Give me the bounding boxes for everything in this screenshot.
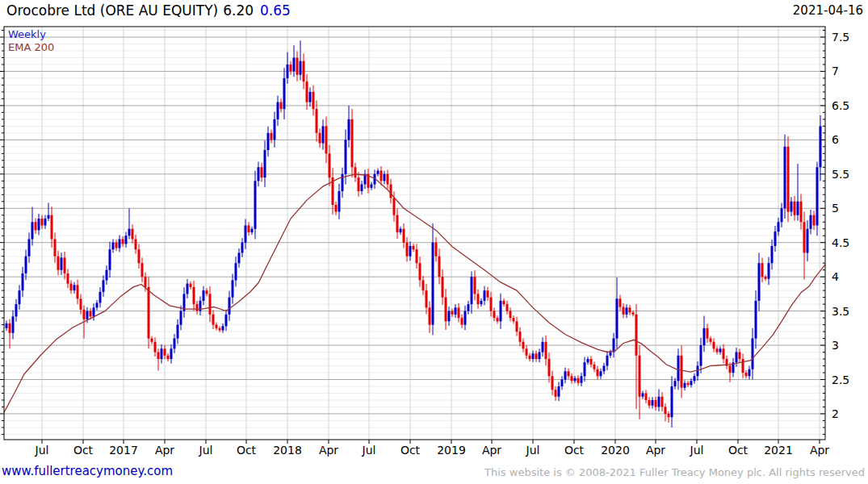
candle-down	[639, 356, 641, 397]
candle-down	[157, 353, 160, 359]
x-axis-label: Oct	[237, 444, 257, 457]
candle-down	[164, 348, 166, 355]
candle-down	[445, 298, 447, 322]
candle-up	[807, 229, 809, 253]
candle-down	[387, 174, 389, 185]
candle-down	[358, 177, 360, 191]
candle-up	[99, 292, 102, 303]
vertical-gridlines	[42, 27, 820, 440]
candle-up	[480, 301, 483, 304]
candle-down	[765, 277, 767, 279]
candle-up	[736, 353, 738, 363]
price-chart[interactable]: 7.576.565.554.543.532.52JulOct2017AprJul…	[0, 0, 868, 484]
candle-down	[477, 294, 480, 304]
candle-up	[610, 353, 612, 356]
candle-up	[816, 167, 819, 225]
candle-up	[539, 353, 541, 359]
candle-down	[548, 359, 551, 376]
legend-ema-label: EMA 200	[8, 41, 54, 54]
candle-up	[781, 208, 783, 222]
candle-down	[619, 298, 622, 307]
x-axis-label: Oct	[564, 444, 585, 457]
candle-down	[319, 133, 321, 144]
legend-weekly-label: Weekly	[8, 28, 54, 41]
candle-up	[267, 133, 270, 150]
candle-up	[448, 311, 451, 322]
candle-up	[38, 219, 40, 230]
candle-up	[797, 202, 799, 215]
candle-up	[31, 222, 34, 239]
candle-up	[626, 307, 628, 314]
candle-up	[348, 119, 350, 140]
y-axis-label: 6.5	[832, 99, 849, 112]
candle-up	[432, 243, 434, 325]
candle-up	[377, 171, 379, 174]
y-axis-label: 3	[832, 339, 839, 352]
candle-down	[593, 365, 596, 369]
candle-down	[648, 400, 651, 406]
candle-up	[274, 119, 276, 140]
candle-down	[503, 301, 505, 304]
candle-up	[177, 325, 179, 339]
candle-down	[148, 287, 150, 339]
candle-up	[277, 102, 279, 119]
candle-down	[190, 284, 192, 287]
candle-down	[526, 348, 528, 355]
candle-down	[316, 109, 318, 133]
candle-up	[581, 376, 583, 382]
candle-down	[167, 356, 170, 359]
candle-down	[429, 307, 431, 324]
website-link[interactable]: www.fullertreacymoney.com	[2, 464, 173, 478]
candle-down	[141, 263, 144, 277]
candle-up	[758, 263, 761, 301]
candle-down	[687, 383, 690, 386]
candle-up	[613, 339, 615, 353]
candle-down	[390, 185, 392, 198]
candle-down	[742, 359, 744, 373]
candle-down	[522, 342, 525, 348]
chart-page: Orocobre Ltd (ORE AU EQUITY)6.200.65 202…	[0, 0, 868, 484]
candle-up	[468, 304, 470, 311]
candle-up	[684, 383, 686, 388]
candle-up	[254, 181, 257, 228]
candle-down	[216, 325, 218, 328]
x-axis-label: Jul	[362, 444, 376, 457]
candle-down	[90, 311, 92, 317]
candle-up	[564, 371, 567, 379]
candle-up	[778, 222, 780, 232]
candle-down	[261, 167, 263, 177]
candle-down	[132, 229, 134, 240]
y-axis-label: 2	[832, 407, 839, 420]
y-axis-label: 7.5	[832, 31, 849, 44]
candle-up	[25, 257, 27, 273]
candle-up	[600, 371, 602, 376]
candle-down	[290, 65, 292, 71]
candle-down	[196, 304, 199, 311]
candle-down	[551, 376, 554, 390]
candle-down	[41, 219, 44, 225]
x-axis-label: Jul	[35, 444, 49, 457]
y-axis-labels: 7.576.565.554.543.532.52	[832, 31, 849, 420]
x-axis-label: 2019	[437, 444, 466, 457]
candle-up	[694, 376, 696, 381]
candle-up	[810, 215, 812, 229]
candle-down	[519, 332, 522, 342]
candle-down	[571, 376, 573, 381]
candle-down	[545, 342, 547, 359]
candle-down	[351, 119, 354, 167]
candle-up	[616, 298, 619, 338]
candle-down	[516, 321, 518, 332]
candle-up	[170, 348, 173, 359]
candle-up	[658, 397, 660, 407]
candle-down	[813, 215, 816, 226]
candle-up	[400, 229, 402, 232]
candle-up	[700, 345, 702, 365]
candle-up	[471, 277, 473, 304]
x-axis-label: Oct	[73, 444, 94, 457]
candle-up	[180, 311, 182, 325]
candle-down	[645, 393, 648, 399]
candle-down	[426, 290, 428, 307]
candle-down	[629, 307, 631, 312]
candle-down	[474, 277, 476, 294]
candle-up	[48, 215, 50, 219]
